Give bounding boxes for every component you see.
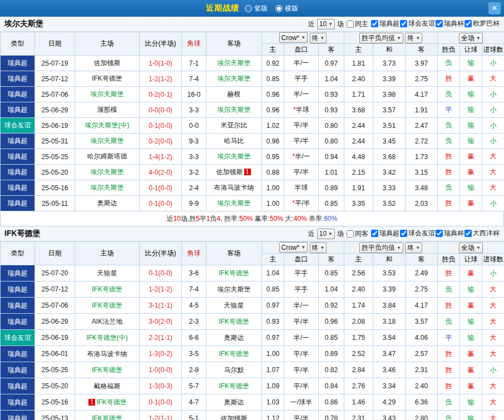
home-team: 埃尔夫斯堡 — [75, 87, 140, 102]
odds-home: 0.85 — [262, 71, 284, 87]
odds-away: 0.93 — [319, 87, 344, 102]
chevron-down-icon: ▼ — [416, 36, 420, 41]
competition-label: 球会友谊 — [408, 19, 435, 28]
avg-away: 2.47 — [406, 118, 438, 134]
result-handicap: 输 — [460, 314, 482, 330]
competition-filter[interactable]: 瑞典超 — [370, 19, 399, 28]
layout-radio-option[interactable]: 竖版 — [245, 4, 268, 13]
competition-label: 瑞典杯 — [444, 19, 464, 28]
odds-time-select[interactable]: 终▼ — [310, 33, 327, 43]
competition-checkbox[interactable] — [400, 20, 407, 27]
same-venue-filter[interactable]: 同主 — [346, 19, 368, 29]
league-type-badge: 瑞典超 — [1, 102, 35, 118]
avg-away: 2.57 — [406, 346, 438, 362]
avg-time-select[interactable]: 终▼ — [405, 243, 422, 253]
match-date: 25-06-01 — [35, 346, 75, 362]
avg-draw: 3.98 — [373, 87, 406, 102]
col-avg-home: 主 — [344, 254, 373, 265]
close-button[interactable]: ✕ — [488, 2, 501, 14]
competition-filter[interactable]: 球会友谊 — [399, 19, 435, 28]
avg-odds-select[interactable]: 胜平负均值▼ — [359, 33, 403, 43]
scope-select[interactable]: 全场▼ — [459, 243, 483, 253]
competition-filter[interactable]: 瑞典杯 — [435, 19, 464, 28]
col-score: 比分(半场) — [140, 242, 182, 265]
competition-filter[interactable]: 大西洋杯 — [464, 229, 500, 238]
handicap: 平/半 — [284, 346, 319, 362]
match-date: 25-07-06 — [35, 87, 75, 102]
radio-icon[interactable] — [275, 5, 283, 12]
competition-checkbox[interactable] — [465, 20, 472, 27]
result-goals: 大 — [482, 411, 504, 420]
avg-odds-select[interactable]: 胜平负均值▼ — [359, 243, 403, 253]
corner-score: 7-4 — [182, 71, 206, 87]
odds-away: 0.84 — [319, 378, 344, 394]
competition-filter[interactable]: 瑞典杯 — [435, 229, 464, 238]
matches-table-team1: 类型 日期 主场 比分(半场) 角球 客场 Crow*▼ 终▼ 胜平负均值▼ 终… — [0, 32, 504, 211]
avg-away: 2.72 — [406, 134, 438, 149]
avg-home: 1.75 — [344, 330, 373, 346]
home-team-name: 布洛马波卡纳 — [87, 350, 127, 358]
home-team-name: 埃尔夫斯堡 — [91, 184, 124, 191]
competition-checkbox[interactable] — [400, 230, 407, 237]
match-date: 25-06-19 — [35, 330, 75, 346]
avg-away: 3.97 — [406, 56, 438, 71]
same-venue-checkbox[interactable] — [347, 230, 354, 238]
odds-source-select[interactable]: Crow*▼ — [279, 32, 308, 43]
odds-time-select[interactable]: 终▼ — [310, 243, 327, 253]
same-venue-filter[interactable]: 同客 — [346, 229, 368, 239]
radio-icon[interactable] — [245, 5, 252, 12]
avg-away: 6.36 — [406, 394, 438, 411]
result-handicap: 赢 — [460, 346, 482, 362]
home-team-name: 天狼星 — [97, 269, 117, 277]
match-row: 瑞典超25-05-25哈尔姆斯塔德1-4(1-2)3-3埃尔夫斯堡0.95*半/… — [1, 149, 504, 165]
col-odds-away: 客 — [319, 254, 344, 265]
match-row: 瑞典超25-06-29AIK法兰地3-0(2-0)2-3IFK哥德堡0.93平/… — [1, 314, 504, 330]
stats-text: 单率: — [307, 215, 324, 223]
odds-source-select[interactable]: Crow*▼ — [279, 242, 308, 253]
competition-checkbox[interactable] — [371, 230, 378, 237]
radio-label: 横版 — [285, 4, 298, 13]
corner-score: 4-5 — [182, 298, 206, 314]
match-row: 瑞典超25-07-12IFK哥德堡1-2(1-2)7-4埃尔夫斯堡0.85平手1… — [1, 71, 504, 87]
result-handicap: 赢 — [460, 71, 482, 87]
scope-header: 全场▼ — [438, 32, 504, 44]
odds-home: 1.00 — [262, 180, 284, 196]
red-card-badge: 1 — [244, 169, 251, 175]
match-count-select[interactable]: 10▼ — [317, 19, 335, 29]
away-team-name: IFK哥德堡 — [219, 269, 249, 277]
competition-checkbox[interactable] — [465, 230, 472, 237]
stats-text: 平 — [200, 215, 206, 223]
col-type: 类型 — [1, 32, 35, 56]
result-handicap: 输 — [460, 87, 482, 102]
away-team: 马尔默 — [206, 362, 262, 378]
layout-radio-selected[interactable]: 横版 — [275, 4, 298, 13]
col-home: 主场 — [75, 32, 140, 56]
scope-select[interactable]: 全场▼ — [459, 33, 483, 43]
away-team: 佐加顿斯 — [206, 411, 262, 420]
avg-time-select[interactable]: 终▼ — [405, 33, 422, 43]
league-type-badge: 球会友谊 — [1, 330, 35, 346]
competition-checkbox[interactable] — [436, 20, 443, 27]
result-goals: 大 — [482, 165, 504, 180]
competition-checkbox[interactable] — [436, 230, 443, 237]
competition-label: 大西洋杯 — [473, 229, 500, 238]
away-team-name: 马尔默 — [224, 366, 244, 374]
avg-draw: 3.39 — [373, 71, 406, 87]
competition-checkbox[interactable] — [371, 20, 378, 27]
away-team: 奥斯达 — [206, 330, 262, 346]
competition-filter[interactable]: 球会友谊 — [399, 229, 435, 238]
competition-label: 瑞典超 — [379, 229, 399, 238]
competition-filter[interactable]: 欧罗巴杯 — [464, 19, 500, 28]
league-type-badge: 瑞典超 — [1, 394, 35, 411]
competition-filter[interactable]: 瑞典超 — [370, 229, 399, 238]
odds-away: 0.86 — [319, 394, 344, 411]
odds-away: 0.89 — [319, 180, 344, 196]
away-team: IFK哥德堡 — [206, 314, 262, 330]
near-label: 近 — [308, 229, 315, 239]
match-count-select[interactable]: 10▼ — [317, 229, 335, 239]
same-venue-checkbox[interactable] — [347, 21, 354, 28]
odds-away: 0.85 — [319, 196, 344, 211]
home-team-name: IFK哥德堡 — [96, 398, 127, 406]
stats-text: 60% — [324, 215, 337, 223]
away-team-name: 奥斯达 — [224, 398, 244, 406]
